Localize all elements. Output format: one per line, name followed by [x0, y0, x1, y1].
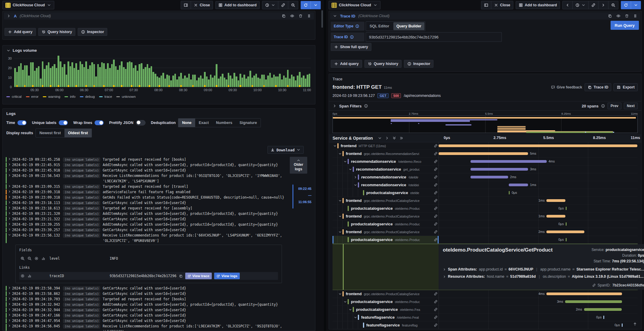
legend-item-trace[interactable]: trace [99, 95, 112, 98]
zoom-out-button[interactable] [608, 1, 618, 9]
span-link-icon[interactable] [434, 308, 438, 311]
widen-pane-button[interactable] [481, 1, 491, 9]
span-name-cell[interactable]: productcatalogserviceoteldemo.Produc [333, 236, 439, 243]
volume-bar[interactable] [147, 56, 148, 87]
volume-bar[interactable] [139, 56, 140, 87]
span-timeline-cell[interactable]: 3ms [439, 166, 638, 173]
delete-query-icon[interactable] [625, 14, 629, 18]
volume-bar[interactable] [307, 56, 308, 87]
log-row[interactable]: 2024-02-19 09:22:45.258(no unique labels… [6, 157, 311, 162]
volume-bar[interactable] [174, 56, 176, 87]
volume-bar[interactable] [103, 56, 105, 87]
sql-editor-option[interactable]: SQL Editor [366, 22, 393, 31]
span-link-icon[interactable] [434, 167, 438, 171]
log-row[interactable]: 2024-02-19 09:23:09.318(no unique labels… [6, 189, 311, 195]
volume-bar[interactable] [99, 56, 101, 87]
field-stats-icon[interactable] [41, 256, 45, 261]
volume-bar[interactable] [291, 56, 293, 87]
span-link-icon[interactable] [434, 238, 438, 242]
span-attributes-row[interactable]: Span Attributes:app.product.id = 66VCHSJ… [443, 267, 644, 271]
span-name-cell[interactable]: recommendationservice/oteldei [333, 181, 439, 189]
chevron-right-icon[interactable] [333, 104, 337, 108]
volume-bar[interactable] [28, 56, 30, 87]
volume-bar[interactable] [194, 56, 196, 87]
volume-bar[interactable] [233, 56, 235, 87]
volume-bar[interactable] [188, 56, 190, 87]
log-row[interactable]: 2024-02-19 09:23:21.322(no unique labels… [6, 216, 311, 222]
volume-bar[interactable] [71, 56, 73, 87]
span-name-cell[interactable]: featureflagservicefeatureflag [333, 321, 439, 329]
span-link-icon[interactable] [434, 159, 438, 163]
share-link-button[interactable] [278, 1, 288, 9]
log-expand-icon[interactable] [7, 296, 12, 302]
volume-bar[interactable] [303, 56, 305, 87]
volume-bar[interactable] [226, 56, 227, 87]
span-duration-bar[interactable] [470, 176, 508, 178]
volume-bar[interactable] [58, 56, 59, 87]
volume-bar[interactable] [148, 56, 150, 87]
span-link-icon[interactable] [434, 144, 438, 148]
dedup-option-numbers[interactable]: Numbers [212, 119, 236, 127]
volume-bar[interactable] [222, 56, 224, 87]
time-range-button[interactable] [572, 1, 588, 9]
span-link-icon[interactable] [434, 300, 438, 304]
log-expand-icon[interactable] [7, 206, 12, 211]
volume-bar[interactable] [196, 56, 198, 87]
span-name-cell[interactable]: frontendHTTP GET (11ms) [333, 142, 439, 150]
volume-bar[interactable] [242, 56, 243, 87]
span-timeline-cell[interactable]: 0μs [439, 236, 638, 243]
volume-bar[interactable] [97, 56, 99, 87]
span-duration-bar[interactable] [439, 144, 637, 147]
span-name-cell[interactable]: recommendationserviceget_produc [333, 166, 439, 173]
query-row-a[interactable]: A (ClickHouse Cloud) [4, 12, 314, 20]
volume-bar[interactable] [172, 56, 174, 87]
log-row[interactable]: 2024-02-19 09:24:47.166(no unique labels… [6, 313, 311, 318]
volume-bar[interactable] [287, 56, 289, 87]
older-logs-button[interactable]: Older logs [290, 157, 307, 174]
log-expand-icon[interactable] [7, 313, 12, 318]
duplicate-query-icon[interactable] [608, 14, 612, 18]
query-row-trace-id[interactable]: Trace ID (ClickHouse Cloud) [330, 12, 640, 20]
volume-bar[interactable] [87, 56, 89, 87]
refresh-button[interactable] [621, 1, 631, 9]
volume-bar[interactable] [115, 56, 117, 87]
datasource-picker[interactable]: ClickHouse Cloud [329, 1, 380, 9]
log-expand-icon[interactable] [7, 211, 12, 216]
volume-bar[interactable] [192, 56, 194, 87]
span-row[interactable]: productcatalogserviceoteldemo.Produc3ms [333, 298, 638, 306]
dedup-option-exact[interactable]: Exact [195, 119, 212, 127]
volume-bar[interactable] [285, 56, 287, 87]
volume-bar[interactable] [206, 56, 208, 87]
volume-bar[interactable] [40, 56, 42, 87]
span-timeline-cell[interactable]: 3ms [439, 298, 638, 305]
span-link-icon[interactable] [434, 152, 438, 156]
volume-bar[interactable] [299, 56, 301, 87]
log-row[interactable]: 2024-02-19 09:23:21.320(no unique labels… [6, 211, 311, 216]
volume-bar[interactable] [24, 56, 26, 87]
log-expand-icon[interactable] [7, 307, 12, 313]
volume-bar[interactable] [14, 56, 16, 87]
volume-bar[interactable] [309, 56, 311, 87]
span-name-cell[interactable]: productcatalogserviceoteldemo.Produc [333, 205, 439, 212]
delete-query-icon[interactable] [299, 14, 303, 18]
display-option-oldest-first[interactable]: Oldest first [64, 129, 92, 137]
span-name-cell[interactable]: recommendationservice/oteldemo.Reco [333, 158, 439, 165]
view-trace-button[interactable]: View trace [185, 273, 212, 279]
volume-bar[interactable] [212, 56, 214, 87]
volume-bar[interactable] [297, 56, 299, 87]
span-name-cell[interactable]: productcatalogserviceoteldemo.Fea [333, 306, 439, 313]
span-timeline-cell[interactable]: 0μs [439, 314, 638, 321]
span-row[interactable]: productcatalogserviceoteldemo.Fea2ms [333, 306, 638, 314]
copy-icon[interactable] [179, 274, 183, 278]
volume-bar[interactable] [111, 56, 113, 87]
log-expand-icon[interactable] [7, 323, 12, 331]
span-expand-icon[interactable] [338, 292, 342, 296]
volume-bar[interactable] [236, 56, 237, 87]
volume-bar[interactable] [228, 56, 230, 87]
volume-bar[interactable] [151, 56, 152, 87]
dedup-option-none[interactable]: None [178, 119, 195, 127]
volume-bar[interactable] [121, 56, 123, 87]
span-row[interactable]: featureflagservice/oteldemo.Feat0μs [333, 314, 638, 321]
legend-item-info[interactable]: info [64, 95, 76, 98]
span-duration-bar[interactable] [470, 168, 528, 171]
